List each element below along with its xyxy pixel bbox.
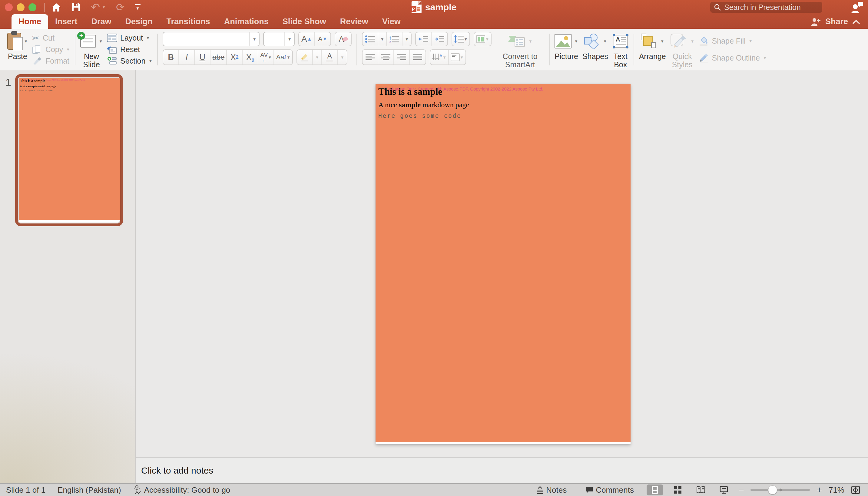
layout-button[interactable]: Layout ▼: [107, 32, 152, 43]
tab-transitions[interactable]: Transitions: [160, 14, 217, 29]
collapse-ribbon-icon[interactable]: [852, 19, 860, 24]
align-left-button[interactable]: [362, 50, 378, 64]
zoom-in-button[interactable]: +: [817, 485, 822, 495]
notes-toggle[interactable]: Notes: [530, 485, 573, 495]
close-window-button[interactable]: [5, 3, 13, 11]
normal-view-button[interactable]: [647, 484, 663, 495]
bullets-button[interactable]: [362, 32, 378, 46]
change-case-button[interactable]: Aa⤴ ▼: [274, 50, 292, 64]
smartart-dropdown[interactable]: ▼: [528, 40, 532, 43]
zoom-window-button[interactable]: [29, 3, 36, 11]
decrease-indent-button[interactable]: [416, 32, 432, 46]
tab-review[interactable]: Review: [333, 14, 375, 29]
text-direction-button[interactable]: A ▼: [430, 50, 449, 64]
paste-dropdown[interactable]: ▼: [24, 40, 28, 43]
slide-title[interactable]: This is a sample: [378, 86, 442, 97]
slide-1-thumbnail[interactable]: Evaluation Only. Created with Aspose.PDF…: [15, 74, 123, 226]
slide-show-button[interactable]: [716, 484, 732, 495]
text-box-button[interactable]: A Text Box: [613, 32, 629, 69]
decrease-font-size-button[interactable]: A▼: [315, 32, 330, 46]
strikethrough-button[interactable]: abe: [211, 50, 227, 64]
quick-styles-button[interactable]: ▼ Quick Styles: [670, 32, 695, 69]
shape-fill-button[interactable]: Shape Fill ▼: [699, 35, 767, 46]
reset-button[interactable]: Reset: [107, 44, 152, 55]
zoom-slider[interactable]: [750, 489, 810, 491]
columns-button[interactable]: ▼: [474, 32, 491, 46]
redo-icon[interactable]: ⟳: [116, 2, 125, 12]
section-button[interactable]: Section ▼: [107, 56, 152, 66]
tab-home[interactable]: Home: [12, 14, 48, 29]
font-size-dropdown[interactable]: ▼: [284, 32, 294, 46]
bold-button[interactable]: B: [163, 50, 179, 64]
quick-styles-dropdown[interactable]: ▼: [691, 40, 695, 43]
clear-formatting-button[interactable]: A: [335, 32, 351, 46]
increase-font-size-button[interactable]: A▲: [299, 32, 315, 46]
shape-fill-dropdown[interactable]: ▼: [749, 39, 753, 43]
comments-toggle[interactable]: Comments: [579, 485, 640, 495]
superscript-button[interactable]: X2: [227, 50, 243, 64]
reading-view-button[interactable]: [693, 484, 709, 495]
subscript-button[interactable]: X2: [243, 50, 258, 64]
language-indicator[interactable]: English (Pakistan): [51, 485, 127, 495]
search-input[interactable]: [724, 3, 822, 12]
slide-editor[interactable]: Evaluation Only. Created with Aspose.PDF…: [375, 84, 631, 444]
font-name-combo[interactable]: ▼: [162, 32, 260, 46]
change-case-dropdown[interactable]: ▼: [286, 56, 291, 59]
tab-design[interactable]: Design: [119, 14, 160, 29]
numbering-button[interactable]: 123: [387, 32, 403, 46]
align-text-button[interactable]: ▼: [449, 50, 465, 64]
font-color-dropdown[interactable]: ▼: [338, 50, 347, 64]
zoom-out-button[interactable]: −: [739, 485, 744, 495]
italic-button[interactable]: I: [179, 50, 195, 64]
convert-to-smartart-button[interactable]: ▼ Convert to SmartArt: [496, 32, 544, 69]
tab-animations[interactable]: Animations: [217, 14, 276, 29]
cut-button[interactable]: ✂ Cut: [32, 32, 70, 43]
fit-slide-to-window-button[interactable]: [851, 486, 860, 494]
slide-body[interactable]: A nice sample markdown page: [378, 101, 469, 109]
shapes-button[interactable]: ▼ Shapes: [583, 32, 608, 61]
align-center-button[interactable]: [378, 50, 394, 64]
section-dropdown[interactable]: ▼: [149, 59, 152, 63]
notes-placeholder[interactable]: Click to add notes: [141, 465, 213, 476]
new-slide-button[interactable]: + ▼ New Slide: [80, 32, 103, 69]
accessibility-status[interactable]: Accessibility: Good to go: [127, 485, 236, 495]
line-spacing-dropdown[interactable]: ▼: [464, 37, 468, 41]
tab-view[interactable]: View: [375, 14, 408, 29]
new-slide-dropdown[interactable]: ▼: [99, 40, 103, 43]
copy-dropdown[interactable]: ▼: [66, 48, 70, 51]
zoom-slider-thumb[interactable]: [768, 485, 777, 495]
text-direction-dropdown[interactable]: ▼: [443, 56, 446, 59]
bullets-dropdown[interactable]: ▼: [378, 32, 387, 46]
underline-button[interactable]: U: [195, 50, 211, 64]
increase-indent-button[interactable]: [432, 32, 447, 46]
line-spacing-button[interactable]: ▼: [452, 32, 469, 46]
font-size-combo[interactable]: ▼: [263, 32, 295, 46]
tab-insert[interactable]: Insert: [48, 14, 84, 29]
justify-button[interactable]: [410, 50, 425, 64]
character-spacing-dropdown[interactable]: ▼: [268, 56, 272, 59]
picture-dropdown[interactable]: ▼: [574, 40, 578, 43]
slide-sorter-view-button[interactable]: [670, 484, 686, 495]
align-text-dropdown[interactable]: ▼: [460, 56, 464, 59]
highlight-color-button[interactable]: [297, 50, 313, 64]
zoom-percentage[interactable]: 71%: [828, 485, 844, 495]
picture-button[interactable]: ▼ Picture: [555, 32, 578, 61]
arrange-dropdown[interactable]: ▼: [660, 40, 664, 43]
minimize-window-button[interactable]: [17, 3, 25, 11]
notes-pane[interactable]: Click to add notes: [136, 457, 868, 483]
columns-dropdown[interactable]: ▼: [485, 37, 489, 41]
search-field[interactable]: [710, 2, 822, 13]
paste-button[interactable]: ▼ Paste: [7, 32, 28, 61]
editor-canvas[interactable]: Evaluation Only. Created with Aspose.PDF…: [136, 70, 868, 457]
home-icon[interactable]: [51, 3, 61, 12]
undo-icon[interactable]: ↶▼: [91, 2, 106, 13]
presence-icon[interactable]: [850, 1, 864, 14]
numbering-dropdown[interactable]: ▼: [403, 32, 411, 46]
character-spacing-button[interactable]: AV ↔ ▼: [258, 50, 274, 64]
highlight-color-dropdown[interactable]: ▼: [313, 50, 322, 64]
font-name-dropdown[interactable]: ▼: [249, 32, 259, 46]
font-color-button[interactable]: A: [322, 50, 338, 64]
tab-slide-show[interactable]: Slide Show: [276, 14, 333, 29]
arrange-button[interactable]: ▼ Arrange: [639, 32, 666, 61]
shape-outline-button[interactable]: Shape Outline ▼: [699, 52, 767, 63]
